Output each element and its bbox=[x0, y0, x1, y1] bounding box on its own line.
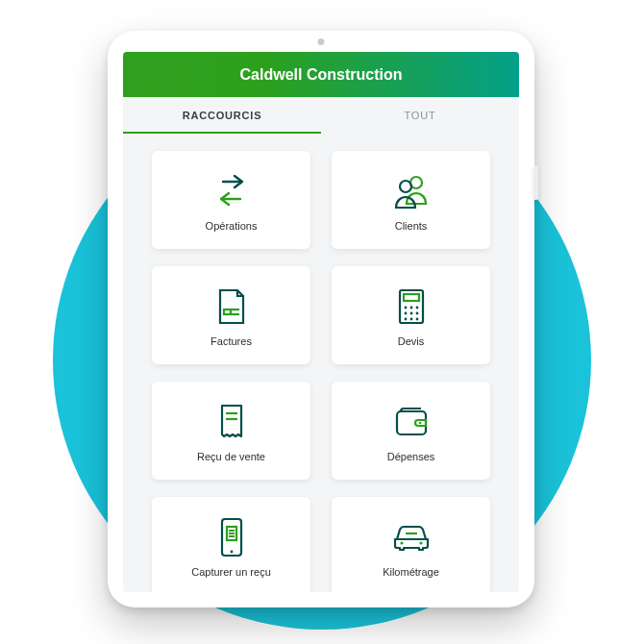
shortcut-clients-label: Clients bbox=[395, 220, 428, 232]
invoice-doc-icon bbox=[205, 284, 259, 330]
car-icon bbox=[384, 514, 438, 560]
svg-point-8 bbox=[409, 307, 412, 310]
shortcut-quotes[interactable]: Devis bbox=[332, 266, 490, 364]
app-header: Caldwell Construction bbox=[123, 52, 519, 97]
tab-shortcuts-label: RACCOURCIS bbox=[183, 110, 262, 121]
svg-point-10 bbox=[404, 312, 407, 315]
svg-rect-18 bbox=[397, 411, 426, 434]
shortcut-expenses-label: Dépenses bbox=[387, 451, 435, 462]
svg-point-12 bbox=[415, 312, 418, 315]
shortcut-operations[interactable]: Opérations bbox=[152, 151, 310, 249]
shortcut-capture-receipt[interactable]: Capturer un reçu bbox=[152, 497, 310, 592]
shortcuts-grid: Opérations Clien bbox=[152, 151, 490, 592]
shortcut-mileage-label: Kilométrage bbox=[383, 566, 439, 578]
svg-point-7 bbox=[404, 307, 407, 310]
svg-point-11 bbox=[409, 312, 412, 315]
shortcut-quotes-label: Devis bbox=[398, 335, 425, 347]
phone-receipt-icon bbox=[205, 514, 259, 560]
svg-point-27 bbox=[419, 541, 422, 544]
svg-point-9 bbox=[415, 307, 418, 310]
svg-point-21 bbox=[230, 551, 233, 554]
shortcut-invoices[interactable]: Factures bbox=[152, 266, 310, 364]
shortcut-capture-receipt-label: Capturer un reçu bbox=[191, 566, 271, 578]
svg-point-13 bbox=[404, 318, 407, 321]
shortcut-sales-receipt[interactable]: Reçu de vente bbox=[152, 382, 310, 480]
svg-point-14 bbox=[409, 318, 412, 321]
svg-rect-2 bbox=[224, 310, 231, 314]
svg-point-19 bbox=[418, 422, 421, 425]
company-title: Caldwell Construction bbox=[240, 66, 403, 83]
shortcut-invoices-label: Factures bbox=[211, 335, 252, 347]
shortcuts-grid-wrap: Opérations Clien bbox=[123, 134, 519, 592]
tab-shortcuts[interactable]: RACCOURCIS bbox=[123, 97, 321, 134]
calculator-icon bbox=[384, 284, 438, 330]
svg-point-26 bbox=[400, 541, 403, 544]
svg-point-15 bbox=[415, 318, 418, 321]
tablet-side-button bbox=[533, 165, 538, 200]
tablet-camera bbox=[318, 38, 325, 45]
svg-rect-6 bbox=[404, 294, 419, 301]
shortcut-operations-label: Opérations bbox=[206, 220, 258, 232]
app-screen: Caldwell Construction RACCOURCIS TOUT bbox=[123, 52, 519, 592]
tablet-frame: Caldwell Construction RACCOURCIS TOUT bbox=[108, 31, 534, 607]
tab-all-label: TOUT bbox=[405, 110, 436, 121]
shortcut-sales-receipt-label: Reçu de vente bbox=[197, 451, 265, 462]
arrows-exchange-icon bbox=[205, 168, 259, 214]
shortcut-mileage[interactable]: Kilométrage bbox=[332, 497, 490, 592]
receipt-icon bbox=[205, 399, 259, 445]
svg-point-1 bbox=[400, 181, 411, 192]
shortcut-expenses[interactable]: Dépenses bbox=[332, 382, 490, 480]
tab-all[interactable]: TOUT bbox=[321, 97, 519, 134]
people-icon bbox=[384, 168, 438, 214]
tab-bar: RACCOURCIS TOUT bbox=[123, 97, 519, 134]
wallet-icon bbox=[384, 399, 438, 445]
shortcut-clients[interactable]: Clients bbox=[332, 151, 490, 249]
